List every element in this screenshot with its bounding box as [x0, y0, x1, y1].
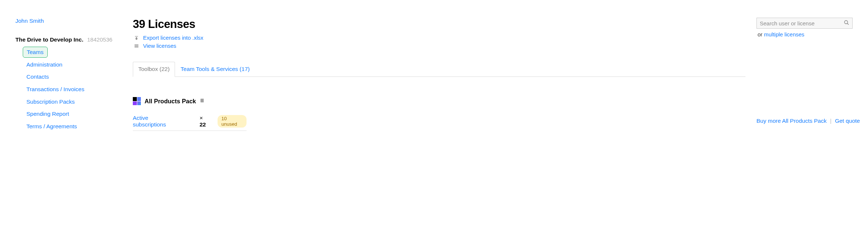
- tabs: Toolbox (22) Team Tools & Services (17): [133, 62, 745, 77]
- export-licenses-link[interactable]: Export licenses into .xlsx: [143, 35, 203, 41]
- page-title: 39 Licenses: [133, 18, 745, 31]
- sidebar-item-transactions[interactable]: Transactions / Invoices: [23, 83, 133, 96]
- sidebar-item-spending-report[interactable]: Spending Report: [23, 108, 133, 120]
- sidebar-item-terms[interactable]: Terms / Agreements: [23, 120, 133, 133]
- view-licenses-link[interactable]: View licenses: [143, 43, 176, 49]
- sidebar: John Smith The Drive to Develop Inc. 184…: [15, 18, 133, 133]
- buy-row: Buy more All Products Pack | Get quote: [756, 118, 853, 124]
- org-row: The Drive to Develop Inc. 18420536: [15, 36, 133, 43]
- unused-badge: 10 unused: [218, 115, 247, 128]
- search-box: [756, 18, 853, 29]
- svg-point-0: [845, 21, 848, 24]
- main-content: 39 Licenses Export licenses into .xlsx V…: [133, 18, 853, 133]
- search-icon: [844, 20, 849, 26]
- org-name: The Drive to Develop Inc.: [15, 36, 83, 43]
- multiple-licenses-link[interactable]: multiple licenses: [764, 31, 805, 37]
- search-sub-text: or multiple licenses: [756, 31, 853, 37]
- svg-line-1: [847, 23, 849, 25]
- product-icon: [133, 97, 141, 105]
- sidebar-nav: Teams Administration Contacts Transactio…: [15, 46, 133, 133]
- tab-team-tools[interactable]: Team Tools & Services (17): [175, 62, 255, 76]
- user-name-link[interactable]: John Smith: [15, 18, 44, 24]
- org-id: 18420536: [87, 36, 113, 43]
- right-column: or multiple licenses Buy more All Produc…: [756, 18, 853, 133]
- search-input[interactable]: [760, 20, 842, 26]
- product-name: All Products Pack: [145, 98, 196, 105]
- sidebar-item-subscription-packs[interactable]: Subscription Packs: [23, 96, 133, 108]
- export-row: Export licenses into .xlsx: [133, 35, 745, 41]
- subscription-count: × 22: [200, 115, 211, 128]
- active-subscriptions-link[interactable]: Active subscriptions: [133, 115, 181, 128]
- sidebar-item-contacts[interactable]: Contacts: [23, 71, 133, 83]
- download-icon: [134, 35, 139, 40]
- sidebar-item-teams[interactable]: Teams: [23, 47, 48, 58]
- view-row: View licenses: [133, 43, 745, 49]
- subscription-row: Active subscriptions × 22 10 unused: [133, 115, 247, 131]
- tab-toolbox[interactable]: Toolbox (22): [133, 62, 175, 77]
- separator: |: [830, 118, 832, 124]
- book-icon: [200, 98, 205, 104]
- list-icon: [134, 43, 139, 49]
- product-header: All Products Pack: [133, 97, 745, 105]
- sidebar-item-administration[interactable]: Administration: [23, 58, 133, 71]
- get-quote-link[interactable]: Get quote: [835, 118, 860, 124]
- buy-more-link[interactable]: Buy more All Products Pack: [756, 118, 827, 124]
